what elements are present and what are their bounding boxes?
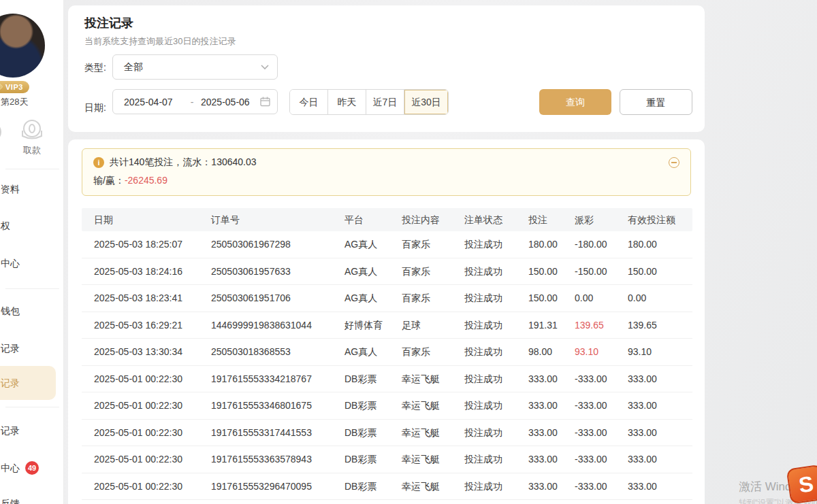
sidebar-divider	[5, 407, 59, 407]
cell-platform: 好博体育	[332, 312, 389, 339]
cell-content: 幸运飞艇	[389, 473, 452, 500]
sidebar-item-center[interactable]: 中心	[0, 256, 64, 270]
cell-bet: 333.00	[516, 420, 562, 446]
header-valid: 有效投注额	[615, 208, 692, 231]
quick-btn-last7[interactable]: 近7日	[366, 90, 404, 114]
cell-bet: 150.00	[516, 285, 562, 312]
cell-bet: 333.00	[516, 366, 562, 392]
cell-content: 百家乐	[389, 285, 452, 312]
cell-content: 足球	[389, 312, 452, 339]
cell-valid: 150.00	[615, 258, 692, 285]
cell-status: 投注成功	[452, 473, 516, 500]
header-payout: 派彩	[562, 208, 615, 231]
quick-btn-today[interactable]: 今日	[290, 90, 328, 114]
cell-platform: AG真人	[332, 339, 389, 365]
cell-valid: 139.65	[615, 312, 692, 339]
cell-payout: 139.65	[562, 312, 615, 339]
cell-valid: 180.00	[615, 231, 692, 258]
cell-order: 1446999919838631044	[199, 312, 332, 339]
quick-btn-yesterday[interactable]: 昨天	[328, 90, 366, 114]
service-logo-letter: S	[786, 465, 817, 504]
calendar-icon[interactable]	[260, 97, 270, 107]
filter-card: 投注记录 当前系统支持查询最近30日的投注记录 类型: 全部 日期: 2025-…	[68, 5, 705, 132]
avatar[interactable]	[0, 14, 45, 78]
header-bet: 投注	[516, 208, 562, 231]
cell-valid: 93.10	[615, 339, 692, 365]
header-platform: 平台	[332, 208, 389, 231]
table-row: 2025-05-03 18:25:07 250503061967298 AG真人…	[82, 231, 692, 258]
page-subtitle: 当前系统支持查询最近30日的投注记录	[84, 35, 236, 48]
table-row: 2025-05-01 00:22:30 1917615553346801675 …	[82, 392, 692, 420]
cell-bet: 333.00	[516, 392, 562, 419]
date-separator: -	[183, 97, 201, 107]
header-date: 日期	[82, 208, 199, 231]
header-status: 注单状态	[452, 208, 516, 231]
cell-valid: 333.00	[615, 446, 692, 473]
cell-status: 投注成功	[452, 258, 516, 285]
customer-service-icon[interactable]: S	[788, 467, 817, 504]
cell-payout: -333.00	[562, 473, 615, 500]
cell-payout: -150.00	[562, 258, 615, 285]
cell-status: 投注成功	[452, 339, 516, 365]
cell-date: 2025-05-01 00:22:30	[82, 446, 199, 473]
cell-date: 2025-05-01 00:22:30	[82, 392, 199, 419]
cell-content: 百家乐	[389, 231, 452, 258]
table-row: 2025-05-01 00:22:30 1917615553334218767 …	[82, 366, 692, 393]
deposit-icon[interactable]	[0, 119, 5, 148]
table-row: 2025-05-03 18:23:41 250503061951706 AG真人…	[82, 285, 692, 312]
cell-date: 2025-05-03 16:29:21	[82, 312, 199, 339]
table-row: 2025-05-03 18:24:16 250503061957633 AG真人…	[82, 258, 692, 286]
cell-payout: -333.00	[562, 420, 615, 446]
cell-valid: 333.00	[615, 420, 692, 446]
query-button[interactable]: 查询	[539, 89, 611, 115]
sidebar-item-records[interactable]: 记录	[0, 341, 64, 355]
cell-platform: AG真人	[332, 285, 389, 312]
cell-date: 2025-05-01 00:22:30	[82, 366, 199, 392]
summary-totals-text: 共计140笔投注，流水：130640.03	[110, 156, 257, 169]
sidebar-item-bet-records-active[interactable]: 记录	[0, 376, 64, 390]
cell-content: 幸运飞艇	[389, 392, 452, 419]
cell-valid: 0.00	[615, 285, 692, 312]
sidebar-item-feedback[interactable]: 反馈	[0, 497, 64, 504]
type-label: 类型:	[84, 62, 106, 74]
cell-order: 1917615553296470095	[199, 473, 332, 500]
reset-button[interactable]: 重置	[620, 89, 692, 115]
table-card: i 共计140笔投注，流水：130640.03 输/赢：-26245.69 日期…	[68, 139, 705, 504]
table-header-row: 日期 订单号 平台 投注内容 注单状态 投注 派彩 有效投注额	[82, 208, 692, 231]
bet-records-table: 日期 订单号 平台 投注内容 注单状态 投注 派彩 有效投注额 2025-05-…	[82, 208, 692, 500]
cell-content: 百家乐	[389, 258, 452, 285]
cell-platform: DB彩票	[332, 366, 389, 392]
cell-bet: 333.00	[516, 446, 562, 473]
quick-date-buttons: 今日 昨天 近7日 近30日	[289, 89, 449, 115]
cell-order: 250503018368553	[199, 339, 332, 365]
date-range-input[interactable]: 2025-04-07 - 2025-05-06	[112, 89, 278, 114]
cell-content: 幸运飞艇	[389, 420, 452, 446]
chevron-down-icon	[261, 65, 269, 70]
sidebar-item-profile[interactable]: 资料	[0, 182, 64, 196]
table-row: 2025-05-01 00:22:30 1917615553296470095 …	[82, 473, 692, 501]
type-select-value: 全部	[124, 61, 261, 73]
date-to-value: 2025-05-06	[201, 97, 260, 107]
cell-payout: -333.00	[562, 392, 615, 419]
withdraw-icon[interactable]	[18, 117, 46, 146]
vip-badge: VIP3	[0, 81, 29, 93]
sidebar-item-wallet[interactable]: 钱包	[0, 304, 64, 318]
table-row: 2025-05-03 16:29:21 1446999919838631044 …	[82, 312, 692, 339]
table-body: 2025-05-03 18:25:07 250503061967298 AG真人…	[82, 231, 692, 500]
type-select[interactable]: 全部	[112, 54, 278, 80]
cell-order: 1917615553317441553	[199, 420, 332, 446]
collapse-icon[interactable]	[669, 157, 679, 168]
info-icon: i	[93, 157, 104, 168]
sidebar-divider	[5, 288, 59, 289]
sidebar-item-privilege[interactable]: 权	[0, 219, 64, 233]
quick-btn-last30[interactable]: 近30日	[404, 90, 448, 114]
date-from-value: 2025-04-07	[124, 97, 183, 107]
withdraw-label[interactable]: 取款	[18, 144, 46, 156]
membership-days-text: 第28天	[1, 96, 28, 108]
cell-bet: 191.31	[516, 312, 562, 339]
cell-date: 2025-05-01 00:22:30	[82, 473, 199, 500]
win-loss-label: 输/赢：	[93, 175, 125, 186]
sidebar-item-records-2[interactable]: 记录	[0, 424, 64, 437]
cell-order: 1917615553363578943	[199, 446, 332, 473]
cell-date: 2025-05-03 13:30:34	[82, 339, 199, 365]
